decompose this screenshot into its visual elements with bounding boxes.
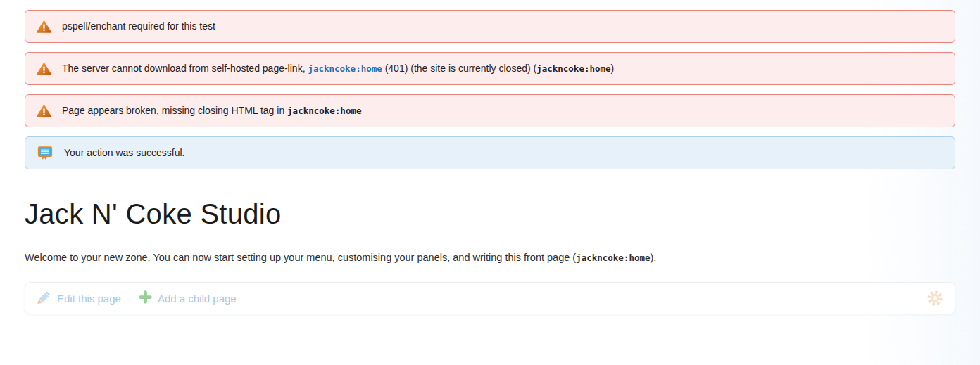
- add-child-page-label: Add a child page: [158, 293, 237, 305]
- welcome-text: Welcome to your new zone. You can now st…: [25, 252, 955, 263]
- page-code-ref: jackncoke:home: [576, 252, 650, 263]
- welcome-text-after-code: ).: [651, 252, 657, 263]
- toolbar-separator: ·: [128, 293, 132, 305]
- page-code-ref: jackncoke:home: [536, 63, 610, 74]
- page-actions-toolbar: Edit this page · Add a child page: [25, 282, 955, 314]
- alert-warning-broken-page: Page appears broken, missing closing HTM…: [25, 94, 955, 127]
- alert-message: Your action was successful.: [64, 146, 184, 160]
- warning-triangle-icon: [37, 62, 51, 76]
- page: pspell/enchant required for this test Th…: [0, 0, 980, 314]
- page-link[interactable]: jackncoke:home: [308, 63, 382, 74]
- page-title: Jack N' Coke Studio: [25, 198, 955, 230]
- alert-warning-pspell: pspell/enchant required for this test: [25, 10, 955, 43]
- alert-message: The server cannot download from self-hos…: [62, 61, 614, 75]
- edit-page-label: Edit this page: [57, 293, 121, 305]
- pencil-icon: [37, 290, 51, 307]
- alert-text-before-code: Page appears broken, missing closing HTM…: [62, 105, 287, 116]
- alert-text-middle: (401) (the site is currently closed) (: [382, 63, 536, 74]
- plus-icon: [139, 290, 152, 306]
- add-child-page-button[interactable]: Add a child page: [139, 290, 237, 306]
- page-code-ref: jackncoke:home: [287, 105, 361, 116]
- comment-icon: [37, 145, 54, 161]
- gear-icon[interactable]: [926, 290, 943, 307]
- alert-text-before-link: The server cannot download from self-hos…: [62, 63, 308, 74]
- alert-message: pspell/enchant required for this test: [62, 19, 215, 33]
- welcome-text-before-code: Welcome to your new zone. You can now st…: [25, 252, 576, 263]
- warning-triangle-icon: [37, 104, 51, 118]
- alert-info-success: Your action was successful.: [25, 136, 955, 169]
- warning-triangle-icon: [37, 20, 51, 34]
- alert-text-after: ): [611, 63, 615, 74]
- alert-message: Page appears broken, missing closing HTM…: [62, 103, 361, 117]
- edit-page-button[interactable]: Edit this page: [37, 290, 121, 307]
- alert-warning-server-download: The server cannot download from self-hos…: [25, 52, 955, 85]
